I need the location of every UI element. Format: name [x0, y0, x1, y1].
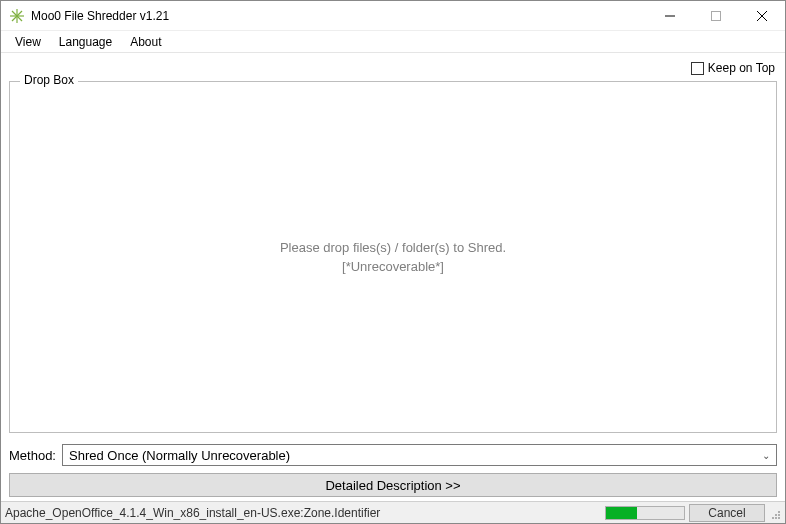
status-text: Apache_OpenOffice_4.1.4_Win_x86_install_…: [5, 506, 605, 520]
drop-box[interactable]: Drop Box Please drop files(s) / folder(s…: [9, 81, 777, 433]
chevron-down-icon: ⌄: [762, 450, 770, 461]
keep-on-top-checkbox[interactable]: [691, 62, 704, 75]
menu-language[interactable]: Language: [51, 33, 120, 51]
window-title: Moo0 File Shredder v1.21: [31, 9, 169, 23]
content-area: Keep on Top Drop Box Please drop files(s…: [1, 53, 785, 501]
svg-point-8: [778, 511, 780, 513]
svg-point-13: [778, 517, 780, 519]
keep-on-top-row: Keep on Top: [9, 57, 777, 79]
detailed-description-label: Detailed Description >>: [325, 478, 460, 493]
drop-box-line2: [*Unrecoverable*]: [280, 257, 506, 277]
menu-view[interactable]: View: [7, 33, 49, 51]
progress-fill: [606, 507, 637, 519]
detailed-description-button[interactable]: Detailed Description >>: [9, 473, 777, 497]
svg-rect-5: [712, 11, 721, 20]
maximize-button[interactable]: [693, 1, 739, 31]
drop-box-line1: Please drop files(s) / folder(s) to Shre…: [280, 238, 506, 258]
drop-box-title: Drop Box: [20, 73, 78, 87]
method-selected-value: Shred Once (Normally Unrecoverable): [69, 448, 290, 463]
cancel-button[interactable]: Cancel: [689, 504, 765, 522]
resize-grip-icon[interactable]: [767, 506, 781, 520]
keep-on-top-label: Keep on Top: [708, 61, 775, 75]
svg-point-11: [772, 517, 774, 519]
minimize-button[interactable]: [647, 1, 693, 31]
close-button[interactable]: [739, 1, 785, 31]
statusbar: Apache_OpenOffice_4.1.4_Win_x86_install_…: [1, 501, 785, 523]
menubar: View Language About: [1, 31, 785, 53]
cancel-label: Cancel: [708, 506, 745, 520]
app-icon: [9, 8, 25, 24]
method-label: Method:: [9, 448, 56, 463]
svg-point-9: [775, 514, 777, 516]
progress-bar: [605, 506, 685, 520]
menu-about[interactable]: About: [122, 33, 169, 51]
method-select[interactable]: Shred Once (Normally Unrecoverable) ⌄: [62, 444, 777, 466]
svg-point-12: [775, 517, 777, 519]
method-row: Method: Shred Once (Normally Unrecoverab…: [9, 443, 777, 467]
drop-box-hint: Please drop files(s) / folder(s) to Shre…: [280, 238, 506, 277]
svg-point-10: [778, 514, 780, 516]
titlebar: Moo0 File Shredder v1.21: [1, 1, 785, 31]
